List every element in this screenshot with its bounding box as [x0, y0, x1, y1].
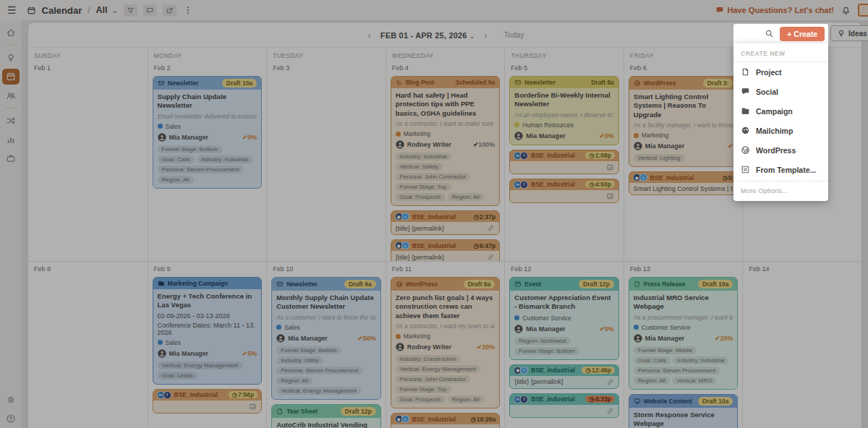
create-menu-more-options[interactable]: More Options... [733, 181, 828, 201]
create-menu-header: CREATE NEW [733, 45, 828, 62]
speech-icon [741, 87, 750, 96]
create-menu-item-from-template[interactable]: From Template... [733, 160, 828, 179]
mailchimp-icon [741, 126, 750, 135]
create-menu-item-label: Campaign [756, 107, 793, 116]
create-menu-item-project[interactable]: Project [733, 62, 828, 82]
create-menu-item-label: From Template... [756, 166, 816, 174]
create-button[interactable]: + Create [780, 27, 825, 41]
template-icon [741, 165, 750, 174]
create-menu-item-label: Project [756, 68, 782, 77]
folder-icon [741, 106, 750, 116]
search-icon[interactable] [765, 29, 774, 38]
create-dropdown: + Create CREATE NEW ProjectSocialCampaig… [733, 24, 828, 201]
create-menu-item-social[interactable]: Social [733, 82, 828, 101]
wordpress-icon [741, 145, 750, 155]
document-icon [741, 67, 750, 77]
dropdown-toolbar: + Create [733, 24, 828, 43]
create-menu-item-campaign[interactable]: Campaign [733, 101, 828, 121]
create-menu: CREATE NEW ProjectSocialCampaignMailchim… [733, 43, 828, 201]
create-menu-item-wordpress[interactable]: WordPress [733, 140, 828, 160]
create-menu-item-label: WordPress [756, 146, 796, 155]
create-menu-item-label: Mailchimp [756, 127, 793, 135]
create-menu-item-mailchimp[interactable]: Mailchimp [733, 121, 828, 140]
create-menu-item-label: Social [756, 87, 778, 96]
